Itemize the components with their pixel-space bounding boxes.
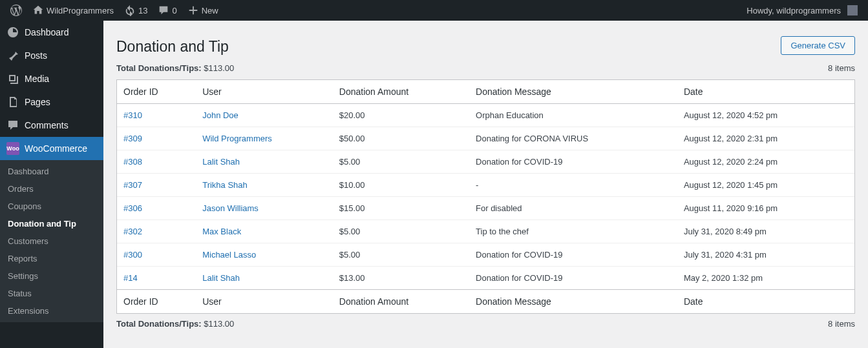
user-link[interactable]: Lalit Shah <box>202 157 240 167</box>
user-link[interactable]: Michael Lasso <box>202 250 256 260</box>
page-title: Donation and Tip <box>116 32 229 58</box>
submenu-extensions[interactable]: Extensions <box>0 302 103 320</box>
avatar <box>847 5 858 15</box>
total-donations: Total Donations/Tips: $113.00 <box>116 63 234 73</box>
col-order-id[interactable]: Order ID <box>117 80 196 104</box>
col-date: Date <box>677 289 854 313</box>
updates-count: 13 <box>138 6 147 15</box>
updates-link[interactable]: 13 <box>119 0 153 21</box>
media-icon <box>6 72 19 85</box>
total-value: $113.00 <box>204 63 234 73</box>
howdy-text: Howdy, wildprogrammers <box>746 6 841 15</box>
table-row: #307Trikha Shah$10.00-August 12, 2020 1:… <box>117 173 854 196</box>
cell-message: Donation for COVID-19 <box>469 150 677 173</box>
col-amount: Donation Amount <box>333 289 469 313</box>
submenu-status[interactable]: Status <box>0 285 103 302</box>
menu-label: Media <box>25 74 49 84</box>
order-link[interactable]: #302 <box>123 227 142 236</box>
user-link[interactable]: John Doe <box>202 110 238 120</box>
submenu-reports[interactable]: Reports <box>0 250 103 267</box>
cell-date: May 2, 2020 1:32 pm <box>677 266 854 289</box>
cell-message: Tip to the chef <box>469 220 677 243</box>
user-link[interactable]: Lalit Shah <box>202 273 240 283</box>
menu-pages[interactable]: Pages <box>0 90 103 114</box>
cell-date: August 12, 2020 1:45 pm <box>677 173 854 196</box>
cell-message: Donation for COVID-19 <box>469 266 677 289</box>
submenu-donation-tip[interactable]: Donation and Tip <box>0 215 103 232</box>
admin-bar: WildProgrammers 13 0 New Howdy, wildprog… <box>0 0 868 21</box>
comment-icon <box>158 5 169 16</box>
submenu-woocommerce: Dashboard Orders Coupons Donation and Ti… <box>0 160 103 322</box>
new-label: New <box>202 6 218 15</box>
cell-message: For disabled <box>469 196 677 220</box>
items-count: 8 items <box>828 63 855 73</box>
items-count-bottom: 8 items <box>828 319 855 329</box>
cell-date: August 12, 2020 4:52 pm <box>677 104 854 127</box>
total-donations-bottom: Total Donations/Tips: $113.00 <box>116 319 234 329</box>
total-label: Total Donations/Tips: <box>116 319 202 329</box>
cell-message: Donation for COVID-19 <box>469 243 677 266</box>
submenu-settings[interactable]: Settings <box>0 267 103 285</box>
cell-amount: $5.00 <box>333 243 469 266</box>
refresh-icon <box>124 5 136 16</box>
order-link[interactable]: #308 <box>123 157 142 167</box>
user-link[interactable]: Trikha Shah <box>202 180 248 190</box>
wp-logo[interactable] <box>5 0 27 21</box>
cell-date: August 12, 2020 2:24 pm <box>677 150 854 173</box>
submenu-orders[interactable]: Orders <box>0 180 103 198</box>
menu-posts[interactable]: Posts <box>0 44 103 67</box>
col-amount: Donation Amount <box>333 80 469 104</box>
order-link[interactable]: #307 <box>123 180 142 190</box>
menu-woocommerce[interactable]: Woo WooCommerce <box>0 137 103 160</box>
cell-amount: $10.00 <box>333 173 469 196</box>
plus-icon <box>187 5 199 16</box>
account-link[interactable]: Howdy, wildprogrammers <box>741 0 863 21</box>
col-message: Donation Message <box>469 80 677 104</box>
order-link[interactable]: #300 <box>123 250 142 260</box>
table-row: #308Lalit Shah$5.00Donation for COVID-19… <box>117 150 854 173</box>
table-row: #300Michael Lasso$5.00Donation for COVID… <box>117 243 854 266</box>
pages-icon <box>6 96 19 108</box>
dashboard-icon <box>6 26 19 39</box>
table-row: #309Wild Programmers$50.00Donating for C… <box>117 127 854 150</box>
menu-media[interactable]: Media <box>0 67 103 90</box>
new-link[interactable]: New <box>182 0 224 21</box>
cell-date: August 12, 2020 2:31 pm <box>677 127 854 150</box>
comments-link[interactable]: 0 <box>153 0 182 21</box>
user-link[interactable]: Max Black <box>202 227 241 236</box>
total-label: Total Donations/Tips: <box>116 63 202 73</box>
menu-label: Posts <box>25 50 47 61</box>
table-row: #302Max Black$5.00Tip to the chefJuly 31… <box>117 220 854 243</box>
order-link[interactable]: #310 <box>123 110 142 120</box>
col-user: User <box>196 80 333 104</box>
cell-date: July 31, 2020 4:31 pm <box>677 243 854 266</box>
user-link[interactable]: Wild Programmers <box>202 134 272 143</box>
cell-amount: $5.00 <box>333 150 469 173</box>
col-user: User <box>196 289 333 313</box>
table-row: #306Jason Williams$15.00For disabledAugu… <box>117 196 854 220</box>
user-link[interactable]: Jason Williams <box>202 203 259 213</box>
menu-comments[interactable]: Comments <box>0 114 103 137</box>
menu-label: WooCommerce <box>25 143 87 154</box>
col-message: Donation Message <box>469 289 677 313</box>
cell-date: August 11, 2020 9:16 pm <box>677 196 854 220</box>
table-row: #14Lalit Shah$13.00Donation for COVID-19… <box>117 266 854 289</box>
cell-message: - <box>469 173 677 196</box>
cell-amount: $15.00 <box>333 196 469 220</box>
order-link[interactable]: #14 <box>123 273 138 283</box>
site-name-link[interactable]: WildProgrammers <box>27 0 119 21</box>
generate-csv-button[interactable]: Generate CSV <box>781 36 855 55</box>
submenu-customers[interactable]: Customers <box>0 232 103 250</box>
total-value: $113.00 <box>204 319 234 329</box>
order-link[interactable]: #309 <box>123 134 142 143</box>
submenu-coupons[interactable]: Coupons <box>0 198 103 215</box>
menu-dashboard[interactable]: Dashboard <box>0 21 103 44</box>
submenu-dashboard[interactable]: Dashboard <box>0 163 103 180</box>
cell-amount: $5.00 <box>333 220 469 243</box>
cell-amount: $13.00 <box>333 266 469 289</box>
comments-count: 0 <box>172 6 176 15</box>
home-icon <box>32 5 44 16</box>
admin-sidebar: Dashboard Posts Media Pages Comments Woo… <box>0 21 103 348</box>
order-link[interactable]: #306 <box>123 203 142 213</box>
col-order-id[interactable]: Order ID <box>117 289 196 313</box>
